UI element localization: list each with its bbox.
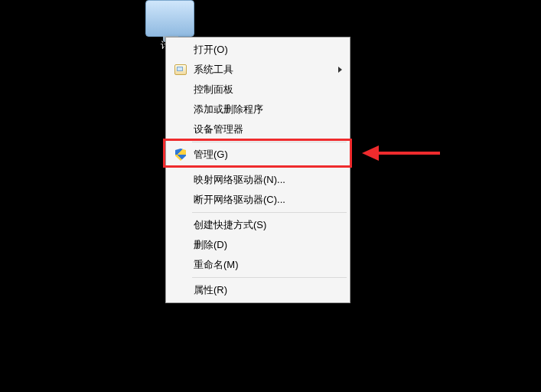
menu-item-properties[interactable]: 属性(R) — [168, 280, 348, 300]
menu-item-add-remove-programs[interactable]: 添加或删除程序 — [168, 100, 348, 119]
menu-item-device-manager[interactable]: 设备管理器 — [168, 119, 348, 139]
menu-item-label: 属性(R) — [191, 283, 342, 297]
menu-separator — [192, 212, 347, 213]
menu-item-control-panel[interactable]: 控制面板 — [168, 80, 348, 100]
menu-item-label: 控制面板 — [191, 83, 342, 96]
menu-item-label: 系统工具 — [191, 63, 334, 77]
context-menu: 打开(O) 系统工具 控制面板 添加或删除程序 设备管理器 管理(G) 映射网络… — [165, 37, 350, 303]
menu-item-disconnect-network-drive[interactable]: 断开网络驱动器(C)... — [168, 190, 348, 210]
menu-item-delete[interactable]: 删除(D) — [168, 235, 348, 255]
blank-icon — [171, 42, 191, 57]
menu-item-label: 设备管理器 — [191, 122, 342, 136]
menu-item-label: 断开网络驱动器(C)... — [191, 193, 342, 207]
menu-item-system-tools[interactable]: 系统工具 — [168, 60, 348, 80]
folder-icon — [171, 62, 191, 77]
computer-icon — [145, 0, 194, 37]
blank-icon — [171, 82, 191, 97]
blank-icon — [171, 102, 191, 117]
menu-item-label: 删除(D) — [191, 238, 342, 252]
menu-item-label: 打开(O) — [191, 43, 342, 57]
menu-item-rename[interactable]: 重命名(M) — [168, 255, 348, 275]
menu-item-label: 管理(G) — [191, 148, 342, 162]
menu-item-label: 映射网络驱动器(N)... — [191, 173, 342, 187]
menu-separator — [192, 142, 347, 142]
shield-icon — [171, 147, 191, 162]
blank-icon — [171, 257, 191, 273]
menu-item-create-shortcut[interactable]: 创建快捷方式(S) — [168, 215, 348, 235]
submenu-arrow-icon — [338, 67, 342, 73]
blank-icon — [171, 283, 191, 298]
menu-item-open[interactable]: 打开(O) — [168, 40, 348, 60]
annotation-arrow-head-icon — [362, 145, 379, 161]
blank-icon — [171, 237, 191, 253]
menu-separator — [192, 277, 347, 278]
menu-item-label: 创建快捷方式(S) — [191, 218, 342, 232]
menu-item-label: 重命名(M) — [191, 258, 342, 272]
blank-icon — [171, 172, 191, 188]
menu-item-map-network-drive[interactable]: 映射网络驱动器(N)... — [168, 170, 348, 190]
blank-icon — [171, 122, 191, 137]
menu-item-manage[interactable]: 管理(G) — [168, 145, 348, 165]
blank-icon — [171, 217, 191, 233]
menu-separator — [192, 167, 347, 168]
annotation-arrow-line — [379, 152, 440, 155]
blank-icon — [171, 192, 191, 207]
menu-item-label: 添加或删除程序 — [191, 103, 342, 116]
